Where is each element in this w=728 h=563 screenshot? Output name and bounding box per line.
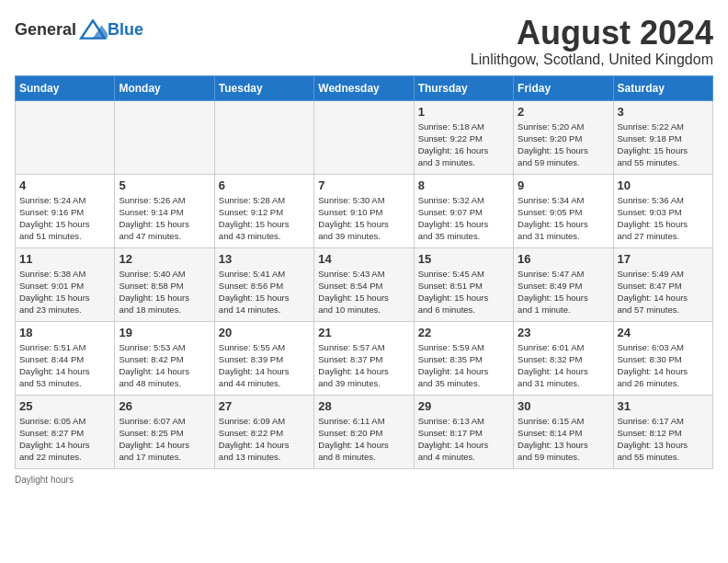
col-header-sunday: Sunday: [16, 75, 115, 100]
day-number: 26: [119, 399, 210, 413]
week-row-4: 18Sunrise: 5:51 AM Sunset: 8:44 PM Dayli…: [16, 321, 713, 395]
day-info: Sunrise: 5:24 AM Sunset: 9:16 PM Dayligh…: [19, 194, 110, 243]
calendar-header-row: SundayMondayTuesdayWednesdayThursdayFrid…: [16, 75, 713, 100]
day-number: 12: [119, 252, 210, 266]
calendar-cell: 1Sunrise: 5:18 AM Sunset: 9:22 PM Daylig…: [414, 100, 513, 174]
calendar-cell: 26Sunrise: 6:07 AM Sunset: 8:25 PM Dayli…: [115, 395, 214, 468]
day-info: Sunrise: 5:18 AM Sunset: 9:22 PM Dayligh…: [418, 121, 509, 169]
week-row-1: 1Sunrise: 5:18 AM Sunset: 9:22 PM Daylig…: [16, 100, 713, 174]
col-header-friday: Friday: [514, 75, 613, 100]
svg-marker-1: [93, 25, 108, 38]
week-row-5: 25Sunrise: 6:05 AM Sunset: 8:27 PM Dayli…: [16, 395, 713, 468]
calendar-cell: 16Sunrise: 5:47 AM Sunset: 8:49 PM Dayli…: [514, 247, 613, 321]
calendar-cell: 20Sunrise: 5:55 AM Sunset: 8:39 PM Dayli…: [214, 321, 313, 395]
day-info: Sunrise: 5:53 AM Sunset: 8:42 PM Dayligh…: [119, 341, 210, 390]
day-number: 13: [219, 252, 310, 266]
day-number: 19: [119, 326, 210, 339]
calendar-cell: 11Sunrise: 5:38 AM Sunset: 9:01 PM Dayli…: [16, 247, 115, 321]
day-number: 10: [618, 178, 709, 192]
day-info: Sunrise: 5:38 AM Sunset: 9:01 PM Dayligh…: [19, 268, 110, 316]
day-number: 17: [618, 252, 709, 266]
day-info: Sunrise: 6:07 AM Sunset: 8:25 PM Dayligh…: [119, 415, 210, 464]
calendar-cell: 15Sunrise: 5:45 AM Sunset: 8:51 PM Dayli…: [414, 247, 513, 321]
day-info: Sunrise: 5:32 AM Sunset: 9:07 PM Dayligh…: [418, 194, 509, 243]
logo-general-text: General: [15, 20, 76, 40]
day-number: 7: [318, 178, 409, 192]
calendar-cell: 17Sunrise: 5:49 AM Sunset: 8:47 PM Dayli…: [613, 247, 712, 321]
calendar-cell: 9Sunrise: 5:34 AM Sunset: 9:05 PM Daylig…: [514, 174, 613, 247]
calendar-cell: 27Sunrise: 6:09 AM Sunset: 8:22 PM Dayli…: [214, 395, 313, 468]
day-number: 16: [518, 252, 609, 266]
col-header-monday: Monday: [115, 75, 214, 100]
day-info: Sunrise: 5:41 AM Sunset: 8:56 PM Dayligh…: [219, 268, 310, 316]
calendar-cell: 28Sunrise: 6:11 AM Sunset: 8:20 PM Dayli…: [314, 395, 414, 468]
calendar-cell: 22Sunrise: 5:59 AM Sunset: 8:35 PM Dayli…: [414, 321, 513, 395]
day-number: 8: [418, 178, 509, 192]
calendar-cell: [314, 100, 414, 174]
day-number: 30: [518, 399, 609, 413]
calendar-cell: [214, 100, 313, 174]
day-info: Sunrise: 6:11 AM Sunset: 8:20 PM Dayligh…: [318, 415, 409, 464]
day-info: Sunrise: 5:51 AM Sunset: 8:44 PM Dayligh…: [19, 341, 110, 390]
page-header: General Blue August 2024 Linlithgow, Sco…: [15, 15, 713, 68]
day-number: 20: [219, 326, 310, 339]
day-info: Sunrise: 5:43 AM Sunset: 8:54 PM Dayligh…: [318, 268, 409, 316]
calendar-cell: [16, 100, 115, 174]
calendar-cell: 2Sunrise: 5:20 AM Sunset: 9:20 PM Daylig…: [514, 100, 613, 174]
day-number: 18: [19, 326, 110, 339]
day-number: 3: [618, 105, 709, 119]
day-number: 25: [19, 399, 110, 413]
day-info: Sunrise: 6:03 AM Sunset: 8:30 PM Dayligh…: [618, 341, 709, 390]
day-number: 6: [219, 178, 310, 192]
week-row-3: 11Sunrise: 5:38 AM Sunset: 9:01 PM Dayli…: [16, 247, 713, 321]
day-info: Sunrise: 5:57 AM Sunset: 8:37 PM Dayligh…: [318, 341, 409, 390]
day-info: Sunrise: 5:20 AM Sunset: 9:20 PM Dayligh…: [518, 121, 609, 169]
day-number: 11: [19, 252, 110, 266]
day-info: Sunrise: 5:36 AM Sunset: 9:03 PM Dayligh…: [618, 194, 709, 243]
day-info: Sunrise: 5:22 AM Sunset: 9:18 PM Dayligh…: [618, 121, 709, 169]
calendar-cell: 10Sunrise: 5:36 AM Sunset: 9:03 PM Dayli…: [613, 174, 712, 247]
day-info: Sunrise: 5:28 AM Sunset: 9:12 PM Dayligh…: [219, 194, 310, 243]
day-number: 24: [618, 326, 709, 339]
title-block: August 2024 Linlithgow, Scotland, United…: [471, 15, 713, 68]
day-info: Sunrise: 5:55 AM Sunset: 8:39 PM Dayligh…: [219, 341, 310, 390]
day-info: Sunrise: 6:15 AM Sunset: 8:14 PM Dayligh…: [518, 415, 609, 464]
col-header-wednesday: Wednesday: [314, 75, 414, 100]
calendar-cell: 14Sunrise: 5:43 AM Sunset: 8:54 PM Dayli…: [314, 247, 414, 321]
calendar-cell: 3Sunrise: 5:22 AM Sunset: 9:18 PM Daylig…: [613, 100, 712, 174]
col-header-saturday: Saturday: [613, 75, 712, 100]
day-info: Sunrise: 6:17 AM Sunset: 8:12 PM Dayligh…: [618, 415, 709, 464]
day-number: 28: [318, 399, 409, 413]
logo: General Blue: [15, 15, 143, 44]
daylight-label: Daylight hours: [15, 475, 74, 485]
calendar-cell: 24Sunrise: 6:03 AM Sunset: 8:30 PM Dayli…: [613, 321, 712, 395]
day-info: Sunrise: 5:47 AM Sunset: 8:49 PM Dayligh…: [518, 268, 609, 316]
day-info: Sunrise: 5:26 AM Sunset: 9:14 PM Dayligh…: [119, 194, 210, 243]
calendar-table: SundayMondayTuesdayWednesdayThursdayFrid…: [15, 75, 713, 469]
week-row-2: 4Sunrise: 5:24 AM Sunset: 9:16 PM Daylig…: [16, 174, 713, 247]
day-info: Sunrise: 5:30 AM Sunset: 9:10 PM Dayligh…: [318, 194, 409, 243]
calendar-cell: 7Sunrise: 5:30 AM Sunset: 9:10 PM Daylig…: [314, 174, 414, 247]
footer: Daylight hours: [15, 475, 713, 485]
calendar-cell: 13Sunrise: 5:41 AM Sunset: 8:56 PM Dayli…: [214, 247, 313, 321]
calendar-cell: [115, 100, 214, 174]
day-number: 4: [19, 178, 110, 192]
calendar-cell: 21Sunrise: 5:57 AM Sunset: 8:37 PM Dayli…: [314, 321, 414, 395]
calendar-cell: 30Sunrise: 6:15 AM Sunset: 8:14 PM Dayli…: [514, 395, 613, 468]
day-number: 29: [418, 399, 509, 413]
day-number: 2: [518, 105, 609, 119]
col-header-tuesday: Tuesday: [214, 75, 313, 100]
day-number: 27: [219, 399, 310, 413]
day-info: Sunrise: 5:59 AM Sunset: 8:35 PM Dayligh…: [418, 341, 509, 390]
day-number: 1: [418, 105, 509, 119]
day-number: 5: [119, 178, 210, 192]
location-subtitle: Linlithgow, Scotland, United Kingdom: [471, 52, 713, 68]
calendar-cell: 5Sunrise: 5:26 AM Sunset: 9:14 PM Daylig…: [115, 174, 214, 247]
day-number: 22: [418, 326, 509, 339]
day-number: 9: [518, 178, 609, 192]
month-title: August 2024: [471, 15, 713, 52]
day-number: 14: [318, 252, 409, 266]
day-info: Sunrise: 6:01 AM Sunset: 8:32 PM Dayligh…: [518, 341, 609, 390]
day-number: 31: [618, 399, 709, 413]
calendar-cell: 23Sunrise: 6:01 AM Sunset: 8:32 PM Dayli…: [514, 321, 613, 395]
